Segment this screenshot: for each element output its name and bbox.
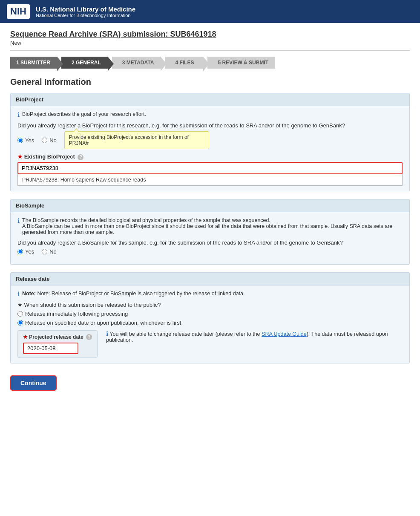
bioproject-no-text: No: [49, 137, 57, 144]
release-option2-text: Release on specified date or upon public…: [25, 320, 181, 326]
biosample-yes-text: Yes: [25, 248, 34, 255]
step3-label: 3 METADATA: [122, 60, 154, 66]
date-note: ℹ You will be able to change release dat…: [106, 330, 403, 343]
biosample-info-icon: ℹ: [17, 217, 20, 224]
release-option2-row: Release on specified date or upon public…: [17, 320, 403, 326]
page-title: Sequence Read Archive (SRA) submission: …: [10, 30, 410, 39]
bioproject-info-row: ℹ BioProject describes the goal of your …: [17, 111, 403, 118]
title-suffix: ) submission: SUB6461918: [118, 30, 216, 38]
bioproject-panel-body: ℹ BioProject describes the goal of your …: [11, 106, 409, 191]
date-input[interactable]: [23, 343, 78, 354]
release-panel-header: Release date: [11, 273, 409, 285]
release-option1-radio[interactable]: [17, 311, 23, 317]
page-content: Sequence Read Archive (SRA) submission: …: [0, 23, 420, 398]
step-submitter[interactable]: 1 SUBMITTER: [10, 57, 57, 69]
release-info-icon: ℹ: [17, 291, 20, 297]
bioproject-suggestion[interactable]: PRJNA579238: Homo sapiens Raw sequence r…: [17, 174, 403, 186]
bioproject-input[interactable]: [17, 162, 403, 174]
release-option2-radio[interactable]: [17, 320, 23, 326]
header-org1: U.S. National Library of Medicine: [36, 6, 135, 13]
page-header: NIH U.S. National Library of Medicine Na…: [0, 0, 420, 23]
bioproject-panel: BioProject ℹ BioProject describes the go…: [10, 93, 410, 191]
biosample-question: Did you already register a BioSample for…: [17, 239, 403, 246]
step-metadata[interactable]: 3 METADATA: [112, 57, 161, 69]
bioproject-info-text: BioProject describes the goal of your re…: [22, 111, 146, 117]
info-icon: ℹ: [17, 111, 20, 118]
page-title-bar: Sequence Read Archive (SRA) submission: …: [10, 30, 410, 51]
header-org2: National Center for Biotechnology Inform…: [36, 13, 135, 18]
bioproject-yes-label[interactable]: Yes: [17, 137, 34, 144]
sra-update-guide-link[interactable]: SRA Update Guide: [262, 331, 307, 337]
step5-label: 5 REVIEW & SUBMIT: [218, 60, 268, 66]
page-subtitle: New: [10, 40, 410, 46]
release-option1-label[interactable]: Release immediately following processing: [17, 311, 403, 317]
biosample-panel-header: BioSample: [11, 199, 409, 212]
biosample-panel-body: ℹ The BioSample records the detailed bio…: [11, 212, 409, 264]
step2-label: 2 GENERAL: [72, 60, 101, 66]
section-title: General Information: [10, 77, 410, 87]
release-question: ★ When should this submission be release…: [17, 302, 403, 308]
biosample-radio-group: Yes No: [17, 248, 403, 255]
date-help-icon[interactable]: ?: [86, 334, 92, 340]
date-field-box: ★ Projected release date ?: [17, 330, 98, 358]
title-abbr: SRA: [102, 30, 118, 38]
bioproject-no-label[interactable]: No: [42, 137, 57, 144]
date-note-text: You will be able to change release date …: [106, 331, 388, 343]
step-files[interactable]: 4 FILES: [165, 57, 203, 69]
existing-bioproject-label: ★ Existing BioProject ?: [17, 153, 403, 160]
biosample-panel: BioSample ℹ The BioSample records the de…: [10, 199, 410, 265]
bioproject-input-wrapper: PRJNA579238: Homo sapiens Raw sequence r…: [17, 162, 403, 186]
biosample-no-label[interactable]: No: [42, 248, 57, 255]
release-option1-row: Release immediately following processing: [17, 311, 403, 317]
date-required-star: ★: [23, 334, 29, 340]
release-panel-body: ℹ Note: Note: Release of BioProject or B…: [11, 285, 409, 363]
release-option2-label[interactable]: Release on specified date or upon public…: [17, 320, 403, 326]
release-date-panel: Release date ℹ Note: Note: Release of Bi…: [10, 272, 410, 364]
title-prefix: Sequence Read Archive (: [10, 30, 102, 38]
step-review[interactable]: 5 REVIEW & SUBMIT: [207, 57, 275, 69]
biosample-no-text: No: [49, 248, 57, 255]
biosample-info-row1: ℹ The BioSample records the detailed bio…: [17, 217, 403, 235]
release-note-row: ℹ Note: Note: Release of BioProject or B…: [17, 291, 403, 297]
projected-date-row: ★ Projected release date ? ℹ You will be…: [17, 330, 403, 358]
wizard-steps: 1 SUBMITTER 2 GENERAL 3 METADATA 4 FILES…: [10, 57, 410, 69]
biosample-yes-radio[interactable]: [17, 249, 23, 254]
biosample-no-radio[interactable]: [42, 249, 47, 254]
step4-label: 4 FILES: [175, 60, 194, 66]
bioproject-yes-radio[interactable]: [17, 138, 23, 143]
required-star: ★: [17, 153, 24, 160]
bioproject-no-radio[interactable]: [42, 138, 47, 143]
header-text: U.S. National Library of Medicine Nation…: [36, 6, 135, 18]
bioproject-question: Did you already register a BioProject fo…: [17, 122, 403, 129]
help-icon[interactable]: ?: [78, 154, 83, 160]
bioproject-panel-header: BioProject: [11, 93, 409, 106]
bioproject-tooltip: Provide existing BioProject's accession …: [64, 131, 209, 149]
bioproject-radio-group: Yes No Provide existing BioProject's acc…: [17, 131, 403, 149]
release-option1-text: Release immediately following processing: [25, 311, 128, 317]
date-note-info-icon: ℹ: [106, 330, 108, 337]
biosample-yes-label[interactable]: Yes: [17, 248, 34, 255]
step1-label: 1 SUBMITTER: [16, 60, 50, 66]
biosample-info-text: The BioSample records the detailed biolo…: [22, 217, 403, 235]
bioproject-yes-text: Yes: [25, 137, 34, 144]
release-note-text: Note: Note: Release of BioProject or Bio…: [22, 291, 245, 297]
date-field-label: ★ Projected release date ?: [23, 334, 92, 340]
nih-logo: NIH: [7, 4, 30, 19]
continue-button[interactable]: Continue: [10, 375, 57, 391]
step-general[interactable]: 2 GENERAL: [61, 57, 108, 69]
